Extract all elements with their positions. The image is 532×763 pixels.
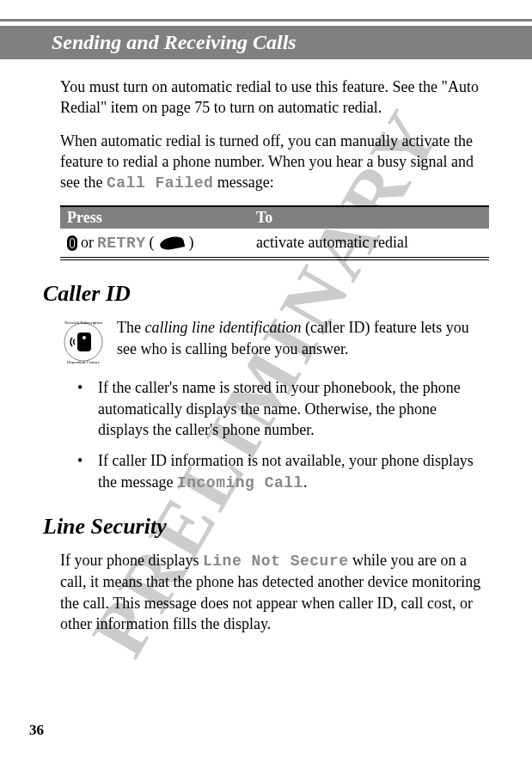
network-dependent-feature-icon: Network/Subscription Dependent Feature xyxy=(60,319,107,365)
page-content: You must turn on automatic redial to use… xyxy=(0,59,532,634)
section-header: Sending and Receiving Calls xyxy=(0,19,532,59)
caller-id-intro: The calling line identification (caller … xyxy=(117,317,489,365)
heading-line-security: Line Security xyxy=(43,514,489,540)
calling-line-id-term: calling line identification xyxy=(144,319,301,336)
softkey-icon xyxy=(158,235,184,252)
incoming-call-label: Incoming Call xyxy=(177,474,303,491)
retry-label: RETRY xyxy=(97,235,146,252)
paragraph-manual-redial: When automatic redial is turned off, you… xyxy=(60,131,489,194)
list-item: • If caller ID information is not availa… xyxy=(60,450,489,493)
svg-text:Network/Subscription: Network/Subscription xyxy=(64,320,103,325)
bullet-icon: • xyxy=(77,450,98,493)
press-cell: or RETRY ( ) xyxy=(60,232,249,253)
text: If your phone displays xyxy=(60,552,203,569)
nav-key-icon xyxy=(67,235,77,251)
bullet-icon: • xyxy=(77,377,98,440)
text-paren-open: ( xyxy=(150,234,155,252)
table-row: or RETRY ( ) activate automatic redial xyxy=(60,229,489,260)
svg-text:Dependent Feature: Dependent Feature xyxy=(67,360,101,364)
heading-caller-id: Caller ID xyxy=(43,281,489,307)
paragraph-auto-redial-info: You must turn on automatic redial to use… xyxy=(60,76,489,119)
page-number: 36 xyxy=(29,722,44,739)
text: . xyxy=(303,473,308,491)
text-paren-close: ) xyxy=(189,234,194,252)
bullet-phonebook: If the caller's name is stored in your p… xyxy=(98,377,489,440)
table-header: Press To xyxy=(60,205,489,229)
text-or: or xyxy=(81,234,94,252)
svg-point-2 xyxy=(83,336,86,339)
paragraph-line-security: If your phone displays Line Not Secure w… xyxy=(60,550,489,634)
text: The xyxy=(117,319,144,336)
call-failed-label: Call Failed xyxy=(107,174,213,192)
list-item: • If the caller's name is stored in your… xyxy=(60,377,489,440)
column-header-press: Press xyxy=(60,207,249,229)
text: message: xyxy=(213,174,273,191)
column-header-to: To xyxy=(249,207,489,229)
line-not-secure-label: Line Not Secure xyxy=(203,552,349,570)
to-cell: activate automatic redial xyxy=(249,232,489,253)
bullet-incoming-call: If caller ID information is not availabl… xyxy=(98,450,489,493)
feature-description-row: Network/Subscription Dependent Feature T… xyxy=(60,317,489,365)
